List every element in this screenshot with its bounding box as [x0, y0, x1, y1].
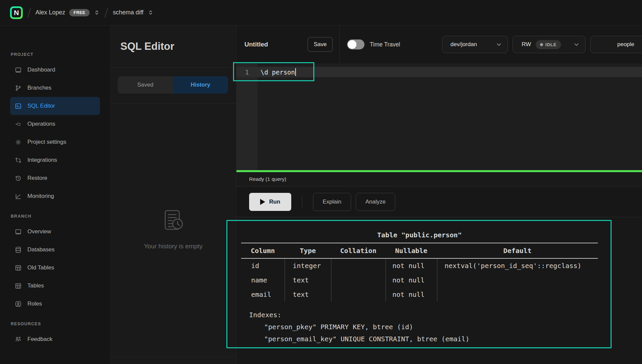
page-title: SQL Editor — [120, 40, 174, 52]
compute-select[interactable]: RW IDLE — [513, 36, 585, 53]
run-button-label: Run — [269, 199, 280, 205]
monitoring-icon — [15, 193, 22, 200]
editor-current-line[interactable]: 1 \d person — [236, 67, 642, 77]
cell-collation — [331, 287, 386, 301]
cell-column: id — [241, 258, 285, 273]
panel-header: SQL Editor — [110, 25, 236, 68]
result-header-row: Column Type Collation Nullable Default — [241, 243, 598, 258]
cell-default — [437, 273, 598, 287]
branch-select-value: dev/jordan — [450, 41, 477, 48]
cell-type: text — [285, 273, 331, 287]
sidebar-item-sql-editor[interactable]: SQL Editor — [10, 97, 100, 115]
sidebar-item-label: Old Tables — [27, 264, 54, 271]
sidebar-item-monitoring[interactable]: Monitoring — [10, 187, 100, 205]
explain-button[interactable]: Explain — [313, 193, 351, 211]
panel-divider — [110, 357, 236, 357]
psql-output: Table "public.person" Column Type Collat… — [241, 229, 598, 345]
sidebar-item-label: Integrations — [27, 157, 57, 163]
indexes-label: Indexes: — [249, 309, 598, 321]
code-text: \d person — [260, 69, 295, 76]
neon-logo[interactable]: N — [10, 6, 23, 19]
sidebar-item-restore[interactable]: Restore — [10, 169, 100, 187]
saved-history-tabs: Saved History — [118, 76, 228, 94]
breadcrumb-project[interactable]: Alex Lopez FREE — [35, 9, 100, 16]
branch-select[interactable]: dev/jordan — [442, 36, 508, 53]
sidebar-item-integrations[interactable]: Integrations — [10, 151, 100, 169]
document-clock-icon — [160, 208, 186, 234]
sidebar-item-feedback[interactable]: Feedback — [10, 330, 100, 348]
toggle-knob — [348, 40, 356, 49]
query-workspace: Untitled Save Time Travel dev/jordan RW … — [236, 25, 642, 364]
cell-nullable: not null — [386, 273, 437, 287]
status-row: Ready (1 query) — [236, 172, 642, 187]
sidebar-item-label: Monitoring — [27, 193, 54, 200]
sidebar-item-label: SQL Editor — [27, 103, 55, 109]
cell-nullable: not null — [386, 258, 437, 273]
tabs-block: Saved History — [110, 68, 236, 104]
cell-collation — [331, 273, 386, 287]
save-button[interactable]: Save — [308, 37, 333, 52]
database-select[interactable]: people — [590, 36, 642, 53]
empty-state-text: Your history is empty — [144, 243, 203, 250]
status-dot-icon — [540, 43, 543, 46]
breadcrumb-separator — [105, 8, 108, 17]
sidebar-section-project: PROJECT — [0, 52, 110, 57]
sidebar-item-label: Dashboard — [27, 67, 55, 73]
sidebar-section-resources: RESOURCES — [0, 322, 110, 326]
indexes-block: Indexes: "person_pkey" PRIMARY KEY, btre… — [241, 309, 598, 345]
line-number: 1 — [236, 69, 257, 76]
index-line: "person_email_key" UNIQUE CONSTRAINT, bt… — [264, 333, 598, 345]
chevron-updown-icon[interactable] — [147, 9, 154, 16]
branches-icon — [15, 85, 22, 92]
sql-code-editor[interactable]: 1 \d person — [236, 64, 642, 170]
tab-history[interactable]: History — [173, 76, 228, 94]
time-travel-toggle[interactable] — [347, 39, 364, 49]
result-table-title: Table "public.person" — [241, 229, 598, 243]
sidebar-item-databases[interactable]: Databases — [10, 241, 100, 259]
editor-gutter — [236, 64, 257, 170]
cell-type: text — [285, 287, 331, 301]
database-select-value: people — [617, 41, 634, 48]
cell-nullable: not null — [386, 287, 437, 301]
sidebar-item-roles[interactable]: Roles — [10, 295, 100, 313]
sidebar-item-label: Overview — [27, 228, 51, 235]
gear-icon — [15, 139, 22, 146]
table-icon — [15, 264, 22, 271]
sidebar-section-branch: BRANCH — [0, 214, 110, 219]
sidebar-item-overview[interactable]: Overview — [10, 223, 100, 241]
sidebar-item-dashboard[interactable]: Dashboard — [10, 61, 100, 79]
connection-selects: dev/jordan RW IDLE people — [442, 36, 642, 53]
plan-badge: FREE — [69, 9, 90, 16]
query-title-group: Untitled Save — [236, 37, 339, 52]
chevron-down-icon — [573, 41, 580, 48]
index-line: "person_pkey" PRIMARY KEY, btree (id) — [264, 321, 598, 333]
integrations-icon — [15, 157, 22, 164]
sidebar-item-label: Restore — [27, 175, 47, 181]
analyze-button[interactable]: Analyze — [356, 193, 395, 211]
chevron-updown-icon[interactable] — [94, 9, 100, 16]
roles-icon — [15, 300, 22, 308]
compute-status-badge: IDLE — [536, 40, 561, 49]
sidebar-item-old-tables[interactable]: Old Tables — [10, 259, 100, 277]
table-row: id integer not null nextval('person_id_s… — [241, 258, 598, 273]
time-travel-label: Time Travel — [370, 41, 400, 48]
sidebar-item-tables[interactable]: Tables — [10, 277, 100, 295]
sidebar-item-label: Roles — [27, 300, 42, 307]
cell-default — [437, 287, 598, 301]
sidebar-item-label: Branches — [27, 85, 51, 91]
sidebar-item-operations[interactable]: Operations — [10, 115, 100, 133]
column-header: Nullable — [386, 243, 437, 258]
cell-collation — [331, 258, 386, 273]
tab-saved[interactable]: Saved — [118, 76, 173, 94]
query-actions: Run Explain Analyze — [236, 187, 642, 217]
topbar: N Alex Lopez FREE schema diff — [0, 0, 642, 25]
sidebar-item-project-settings[interactable]: Project settings — [10, 133, 100, 151]
compute-status-text: IDLE — [545, 42, 557, 47]
actions-divider — [302, 195, 302, 209]
run-button[interactable]: Run — [249, 193, 291, 211]
breadcrumb-branch[interactable]: schema diff — [113, 9, 154, 16]
sidebar: PROJECT Dashboard Branches SQL Editor Op… — [0, 25, 110, 364]
sidebar-item-label: Project settings — [27, 139, 66, 145]
column-header: Default — [437, 243, 598, 258]
sidebar-item-branches[interactable]: Branches — [10, 79, 100, 97]
